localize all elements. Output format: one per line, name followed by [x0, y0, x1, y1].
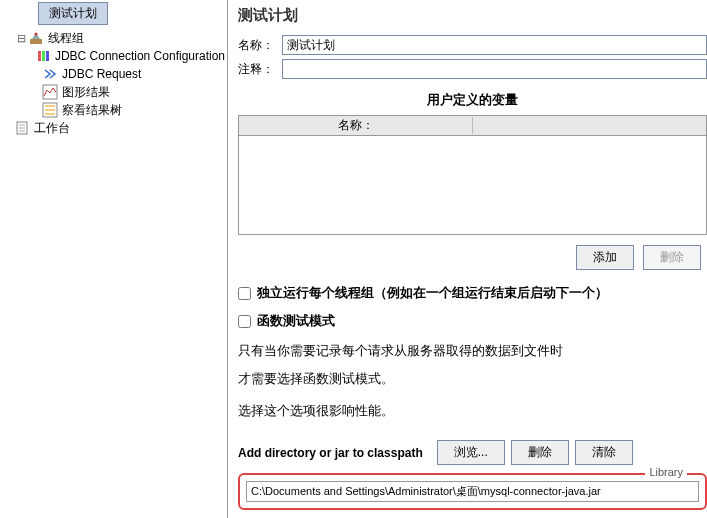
workbench-icon	[14, 120, 30, 136]
graph-icon	[42, 84, 58, 100]
tree-node-graph-results[interactable]: 图形结果	[4, 83, 227, 101]
tree-label: JDBC Request	[60, 67, 143, 81]
vars-table-header: 名称：	[239, 116, 706, 136]
config-icon	[35, 48, 51, 64]
tree-label: 线程组	[46, 30, 86, 47]
tree-node-workbench[interactable]: 工作台	[4, 119, 227, 137]
panel-title: 测试计划	[238, 6, 707, 25]
desc-line-2: 才需要选择函数测试模式。	[238, 368, 707, 390]
expand-toggle-icon[interactable]: ⊟	[14, 32, 28, 45]
independent-threads-label: 独立运行每个线程组（例如在一个组运行结束后启动下一个）	[257, 284, 608, 302]
comment-input[interactable]	[282, 59, 707, 79]
svg-point-1	[35, 33, 38, 36]
tree-node-view-results[interactable]: 察看结果树	[4, 101, 227, 119]
svg-rect-3	[42, 51, 45, 61]
tree-label: JDBC Connection Configuration	[53, 49, 227, 63]
library-list[interactable]: C:\Documents and Settings\Administrator\…	[246, 481, 699, 502]
tree-label: 察看结果树	[60, 102, 124, 119]
request-icon	[42, 66, 58, 82]
tree-node-jdbc-request[interactable]: JDBC Request	[4, 65, 227, 83]
func-mode-label: 函数测试模式	[257, 312, 335, 330]
classpath-label: Add directory or jar to classpath	[238, 446, 423, 460]
desc-line-1: 只有当你需要记录每个请求从服务器取得的数据到文件时	[238, 340, 707, 362]
delete-var-button[interactable]: 删除	[643, 245, 701, 270]
vars-table[interactable]: 名称：	[238, 115, 707, 235]
details-panel: 测试计划 名称： 注释： 用户定义的变量 名称： 添加	[228, 0, 707, 518]
delete-classpath-button[interactable]: 删除	[511, 440, 569, 465]
tree-node-jdbc-config[interactable]: JDBC Connection Configuration	[4, 47, 227, 65]
vars-section-title: 用户定义的变量	[238, 91, 707, 109]
name-input[interactable]	[282, 35, 707, 55]
svg-rect-2	[38, 51, 41, 61]
independent-threads-checkbox[interactable]	[238, 287, 251, 300]
desc-line-3: 选择这个选项很影响性能。	[238, 400, 707, 422]
clear-classpath-button[interactable]: 清除	[575, 440, 633, 465]
func-mode-checkbox[interactable]	[238, 315, 251, 328]
svg-rect-5	[43, 85, 57, 99]
test-plan-tab[interactable]: 测试计划	[38, 2, 108, 25]
tree: ⊟ 线程组 JDBC Connection Configuration JDBC…	[0, 25, 227, 137]
thread-group-icon	[28, 30, 44, 46]
add-var-button[interactable]: 添加	[576, 245, 634, 270]
tree-node-thread-group[interactable]: ⊟ 线程组	[4, 29, 227, 47]
results-tree-icon	[42, 102, 58, 118]
tree-label: 工作台	[32, 120, 72, 137]
comment-label: 注释：	[238, 61, 282, 78]
name-label: 名称：	[238, 37, 282, 54]
library-highlight-box: Library C:\Documents and Settings\Admini…	[238, 473, 707, 510]
tree-label: 图形结果	[60, 84, 112, 101]
library-item[interactable]: C:\Documents and Settings\Administrator\…	[247, 482, 698, 501]
col-name: 名称：	[239, 117, 473, 134]
svg-rect-4	[46, 51, 49, 61]
browse-button[interactable]: 浏览...	[437, 440, 505, 465]
library-legend: Library	[645, 466, 687, 478]
tree-panel: 测试计划 ⊟ 线程组 JDBC Connection Configuration	[0, 0, 228, 518]
svg-rect-0	[30, 39, 42, 44]
